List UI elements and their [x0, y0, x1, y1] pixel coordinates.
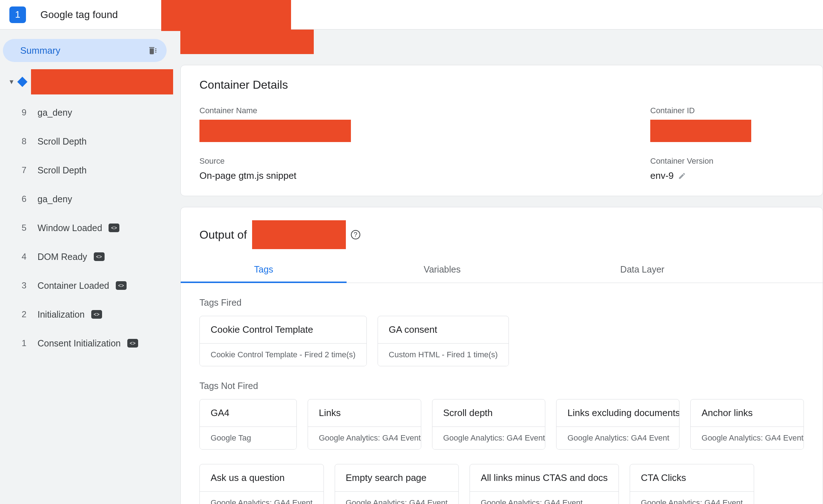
event-name: ga_deny	[38, 107, 72, 118]
site-row[interactable]: ▼	[0, 69, 173, 94]
tag-card[interactable]: GA consent Custom HTML - Fired 1 time(s)	[378, 316, 509, 366]
event-row[interactable]: 5 Window Loaded <>	[0, 213, 173, 242]
tag-sub: Cookie Control Template - Fired 2 time(s…	[200, 343, 366, 366]
tag-name: Ask us a question	[200, 464, 324, 491]
top-bar: 1 Google tag found	[0, 0, 823, 30]
tag-sub: Google Analytics: GA4 Event	[308, 426, 421, 449]
tag-card[interactable]: Ask us a question Google Analytics: GA4 …	[199, 464, 324, 504]
event-row[interactable]: 1 Consent Initialization <>	[0, 329, 173, 358]
tags-fired-row: Cookie Control Template Cookie Control T…	[199, 316, 804, 366]
tab-variables[interactable]: Variables	[347, 256, 538, 283]
redacted-block	[252, 220, 346, 249]
code-chip-icon: <>	[109, 224, 119, 232]
help-icon[interactable]: ?	[351, 230, 360, 239]
tag-card[interactable]: CTA Clicks Google Analytics: GA4 Event	[630, 464, 754, 504]
field-label: Container Name	[199, 106, 650, 115]
card-heading: Container Details	[199, 78, 804, 92]
tag-sub: Google Analytics: GA4 Event	[200, 491, 324, 504]
event-row[interactable]: 9 ga_deny	[0, 98, 173, 127]
tag-name: Empty search page	[335, 464, 459, 491]
event-row[interactable]: 2 Initialization <>	[0, 300, 173, 329]
event-index: 2	[22, 309, 38, 319]
tags-not-fired-label: Tags Not Fired	[199, 381, 804, 391]
main-content: Container Details Container Name Source …	[173, 30, 823, 504]
event-index: 9	[22, 107, 38, 118]
redacted-block	[199, 120, 351, 142]
tag-name: GA consent	[378, 316, 509, 343]
tag-card[interactable]: GA4 Google Tag	[199, 399, 297, 450]
output-card: Output of ? Tags Variables Data Layer Co…	[180, 207, 823, 504]
event-index: 1	[22, 338, 38, 348]
tab-data-layer[interactable]: Data Layer	[538, 256, 747, 283]
redacted-block	[650, 120, 751, 142]
redacted-block	[161, 0, 291, 31]
tag-sub: Google Analytics: GA4 Event	[556, 426, 679, 449]
tag-sub: Google Analytics: GA4 Event	[470, 491, 619, 504]
tags-not-fired-row: GA4 Google Tag Links Google Analytics: G…	[199, 399, 804, 450]
tag-card[interactable]: Links Google Analytics: GA4 Event	[308, 399, 421, 450]
event-row[interactable]: 4 DOM Ready <>	[0, 242, 173, 271]
event-row[interactable]: 7 Scroll Depth	[0, 156, 173, 185]
field-label: Source	[199, 156, 650, 166]
tag-card[interactable]: Empty search page Google Analytics: GA4 …	[335, 464, 459, 504]
event-row[interactable]: 3 Container Loaded <>	[0, 271, 173, 300]
tag-card[interactable]: Links excluding documents Google Analyti…	[556, 399, 679, 450]
page-title: Google tag found	[40, 9, 118, 21]
tag-card[interactable]: Scroll depth Google Analytics: GA4 Event	[432, 399, 546, 450]
redacted-block	[180, 30, 314, 54]
code-chip-icon: <>	[116, 281, 127, 290]
code-chip-icon: <>	[94, 252, 105, 261]
sidebar: Summary ▼ 9 ga_deny 8 Scroll Depth 7 Scr…	[0, 30, 173, 504]
event-name: Consent Initialization	[38, 338, 121, 349]
tag-name: Links	[308, 399, 421, 426]
container-details-card: Container Details Container Name Source …	[180, 65, 823, 196]
event-name: Window Loaded	[38, 223, 102, 233]
version-value: env-9	[650, 170, 674, 181]
event-name: Scroll Depth	[38, 165, 87, 176]
event-row[interactable]: 6 ga_deny	[0, 185, 173, 213]
tag-sub: Google Analytics: GA4 Event	[691, 426, 804, 449]
event-index: 8	[22, 136, 38, 146]
summary-pill[interactable]: Summary	[3, 39, 167, 62]
caret-down-icon[interactable]: ▼	[4, 78, 19, 86]
tag-card[interactable]: Cookie Control Template Cookie Control T…	[199, 316, 367, 366]
clear-icon[interactable]	[146, 45, 158, 56]
tab-tags[interactable]: Tags	[181, 256, 347, 283]
tag-name: GA4	[200, 399, 296, 426]
tag-card[interactable]: All links minus CTAS and docs Google Ana…	[470, 464, 619, 504]
code-chip-icon: <>	[91, 310, 102, 319]
output-heading-prefix: Output of	[199, 228, 247, 242]
tag-name: Links excluding documents	[556, 399, 679, 426]
tag-name: Cookie Control Template	[200, 316, 366, 343]
tag-name: Scroll depth	[432, 399, 545, 426]
event-index: 6	[22, 194, 38, 204]
edit-icon[interactable]	[678, 172, 686, 180]
source-value: On-page gtm.js snippet	[199, 170, 650, 181]
tag-sub: Custom HTML - Fired 1 time(s)	[378, 343, 509, 366]
code-chip-icon: <>	[127, 339, 138, 348]
tab-consent[interactable]: Consent	[747, 256, 823, 283]
redacted-block	[31, 69, 173, 94]
event-index: 4	[22, 252, 38, 262]
tags-not-fired-row: Ask us a question Google Analytics: GA4 …	[199, 464, 804, 504]
event-name: ga_deny	[38, 194, 72, 204]
event-index: 5	[22, 223, 38, 233]
event-index: 3	[22, 280, 38, 291]
tag-name: All links minus CTAS and docs	[470, 464, 619, 491]
output-tabs: Tags Variables Data Layer Consent	[181, 256, 823, 283]
tag-name: Anchor links	[691, 399, 804, 426]
tag-sub: Google Tag	[200, 426, 296, 449]
event-row[interactable]: 8 Scroll Depth	[0, 127, 173, 156]
tag-sub: Google Analytics: GA4 Event	[432, 426, 545, 449]
tag-name: CTA Clicks	[630, 464, 754, 491]
tag-card[interactable]: Anchor links Google Analytics: GA4 Event	[690, 399, 804, 450]
event-name: Container Loaded	[38, 280, 109, 291]
tag-sub: Google Analytics: GA4 Event	[335, 491, 459, 504]
event-name: Scroll Depth	[38, 136, 87, 147]
event-name: Initialization	[38, 309, 85, 320]
field-label: Container ID	[650, 106, 804, 115]
tags-fired-label: Tags Fired	[199, 297, 804, 308]
field-label: Container Version	[650, 156, 804, 166]
tag-count-badge: 1	[9, 6, 26, 23]
event-name: DOM Ready	[38, 252, 87, 262]
